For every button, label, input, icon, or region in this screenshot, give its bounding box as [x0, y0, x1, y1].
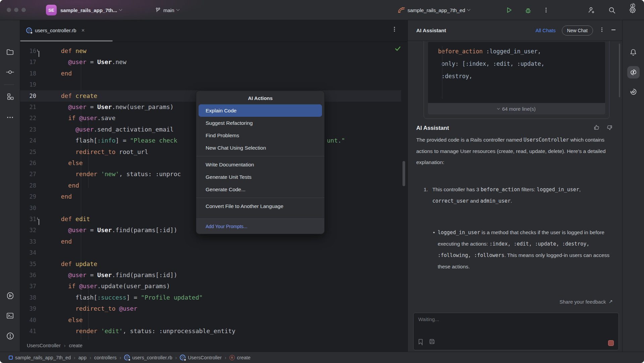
line-number[interactable]: 26 [22, 157, 36, 169]
expand-more-lines-button[interactable]: 64 more line(s) [428, 103, 605, 114]
editor-line-18[interactable]: 18 end [20, 68, 401, 79]
line-number[interactable]: 32 [22, 224, 36, 236]
add-your-prompts-item[interactable]: Add Your Prompts... [196, 218, 324, 234]
line-number[interactable]: 28 [22, 180, 36, 191]
line-number[interactable]: 41 [22, 325, 36, 337]
debug-button[interactable] [524, 6, 532, 14]
more-actions-button[interactable] [542, 6, 550, 14]
line-number[interactable]: 19 [22, 79, 36, 90]
gutter-note-icon[interactable] [39, 49, 39, 57]
line-number[interactable]: 38 [22, 292, 36, 303]
thumbs-down-button[interactable] [606, 124, 613, 132]
structure-tool-button[interactable] [6, 92, 14, 101]
status-bar-breadcrumbs: sample_rails_app_7th_ed›app›controllers›… [0, 352, 644, 363]
window-minimize-button[interactable] [14, 8, 18, 12]
terminal-tool-button[interactable] [6, 311, 14, 320]
editor-line-39[interactable]: 39 redirect_to @user [20, 303, 401, 314]
editor-line-34[interactable]: 34 [20, 247, 401, 258]
tab-options-button[interactable] [391, 26, 397, 34]
line-number[interactable]: 30 [22, 202, 36, 214]
services-tool-button[interactable] [6, 291, 14, 300]
thumbs-up-button[interactable] [593, 124, 600, 132]
line-number[interactable]: 21 [22, 101, 36, 113]
hide-panel-button[interactable] [611, 27, 616, 34]
commit-tool-button[interactable] [6, 68, 14, 76]
code-token: @user [68, 103, 86, 110]
menu-item-suggest-refactoring[interactable]: Suggest Refactoring [196, 117, 324, 129]
line-number[interactable]: 40 [22, 314, 36, 326]
chat-scrollbar[interactable] [619, 44, 620, 97]
project-tool-button[interactable] [6, 48, 14, 56]
breadcrumb-item-sample-rails-app-7th-ed[interactable]: sample_rails_app_7th_ed [9, 355, 71, 360]
menu-item-convert-file-to-another-language[interactable]: Convert File to Another Language [196, 200, 324, 212]
gutter-note-icon[interactable] [39, 217, 39, 225]
stop-generation-button[interactable] [608, 340, 614, 346]
tab-close-icon[interactable]: × [81, 27, 85, 34]
search-everywhere-button[interactable] [608, 6, 616, 14]
editor-line-16[interactable]: 16 def new [20, 45, 401, 57]
line-number[interactable]: 17 [22, 56, 36, 68]
editor-line-35[interactable]: 35 def update [20, 258, 401, 270]
menu-item-explain-code[interactable]: Explain Code [199, 104, 322, 117]
breadcrumb-item-userscontroller[interactable]: UsersController [180, 355, 222, 360]
line-number[interactable]: 22 [22, 112, 36, 124]
run-configuration-selector[interactable]: sample_rails_app_7th_ed [398, 0, 470, 20]
menu-item-new-chat-using-selection[interactable]: New Chat Using Selection [196, 142, 324, 154]
editor-line-41[interactable]: 41 render 'edit', status: :unprocessable… [20, 325, 401, 337]
window-close-button[interactable] [7, 8, 11, 12]
share-feedback-link[interactable]: Share your feedback ↗ [559, 299, 613, 305]
line-number[interactable]: 24 [22, 135, 36, 146]
line-number[interactable]: 36 [22, 269, 36, 281]
new-chat-button[interactable]: New Chat [562, 25, 593, 36]
panel-options-button[interactable] [599, 27, 605, 34]
editor-line-38[interactable]: 38 flash[:success] = "Profile updated" [20, 292, 401, 303]
line-number[interactable]: 20 [22, 90, 36, 102]
code-with-me-button[interactable] [587, 6, 595, 14]
chat-input[interactable]: Waiting... [413, 313, 619, 350]
project-selector[interactable]: sample_rails_app_7th... [60, 0, 122, 20]
inspection-ok-icon[interactable] [395, 46, 401, 53]
save-icon[interactable] [429, 339, 435, 347]
menu-item-write-documentation[interactable]: Write Documentation [196, 158, 324, 171]
breadcrumb-item[interactable]: create [69, 343, 82, 348]
run-button[interactable] [505, 6, 513, 14]
line-number[interactable]: 27 [22, 168, 36, 180]
breadcrumb-item-controllers[interactable]: controllers [94, 355, 117, 360]
menu-item-find-problems[interactable]: Find Problems [196, 129, 324, 142]
breadcrumb-item-users-controller-rb[interactable]: users_controller.rb [124, 355, 172, 360]
editor-line-19[interactable]: 19 [20, 79, 401, 90]
editor-line-17[interactable]: 17 @user = User.new [20, 56, 401, 68]
more-tools-button[interactable] [6, 113, 14, 122]
line-number[interactable]: 29 [22, 191, 36, 202]
line-number[interactable]: 31 [22, 213, 36, 225]
line-number[interactable]: 18 [22, 68, 36, 79]
chevron-down-icon [467, 7, 470, 11]
line-number[interactable]: 39 [22, 303, 36, 314]
breadcrumb-item-create[interactable]: mcreate [229, 355, 251, 360]
prompt-library-icon[interactable] [418, 339, 424, 347]
breadcrumb-item[interactable]: UsersController [27, 343, 61, 348]
all-chats-link[interactable]: All Chats [536, 28, 556, 33]
ai-status-icon[interactable] [630, 2, 636, 361]
chat-conversation[interactable]: before_action :logged_in_user, only: [:i… [416, 41, 615, 295]
editor-line-36[interactable]: 36 @user = User.find(params[:id]) [20, 269, 401, 281]
problems-tool-button[interactable] [6, 331, 14, 340]
line-number[interactable]: 23 [22, 124, 36, 135]
editor-scrollbar[interactable] [402, 161, 405, 186]
editor-line-40[interactable]: 40 else [20, 314, 401, 326]
line-number[interactable]: 33 [22, 236, 36, 247]
line-number[interactable]: 34 [22, 247, 36, 258]
menu-item-generate-code[interactable]: Generate Code... [196, 183, 324, 196]
menu-item-generate-unit-tests[interactable]: Generate Unit Tests [196, 171, 324, 183]
breadcrumb-item-app[interactable]: app [78, 355, 87, 360]
editor-line-33[interactable]: 33 end [20, 236, 401, 247]
tab-users-controller[interactable]: users_controller.rb × [20, 20, 90, 41]
line-number[interactable]: 37 [22, 280, 36, 292]
line-number[interactable]: 16 [22, 45, 36, 57]
line-number[interactable]: 25 [22, 146, 36, 158]
editor-line-37[interactable]: 37 if @user.update(user_params) [20, 280, 401, 292]
line-number[interactable]: 35 [22, 258, 36, 270]
project-icon[interactable]: SE [46, 5, 57, 15]
window-zoom-button[interactable] [21, 8, 26, 12]
branch-selector[interactable]: main [155, 0, 179, 20]
